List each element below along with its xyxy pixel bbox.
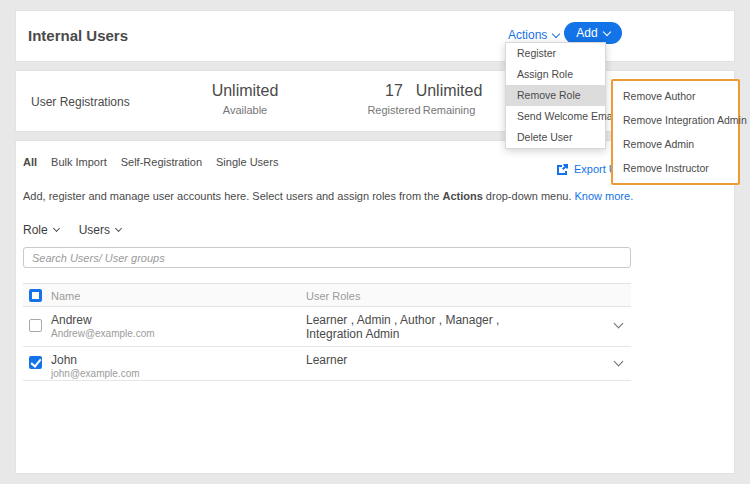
- table-header: Name User Roles: [23, 283, 631, 307]
- user-name: John: [51, 353, 77, 367]
- stat-value: Unlimited: [180, 82, 310, 100]
- menu-item-delete-user[interactable]: Delete User: [506, 127, 605, 148]
- tab-bar: All Bulk Import Self-Registration Single…: [23, 156, 278, 168]
- filter-bar: Role Users: [23, 223, 121, 237]
- stat-available: Unlimited Available: [180, 82, 310, 116]
- search-input[interactable]: [23, 247, 631, 268]
- users-filter-dropdown[interactable]: Users: [79, 223, 121, 237]
- user-email: Andrew@example.com: [51, 328, 155, 339]
- chevron-down-icon: [115, 225, 122, 232]
- user-name: Andrew: [51, 313, 92, 327]
- submenu-item-remove-integration-admin[interactable]: Remove Integration Admin: [613, 108, 738, 132]
- role-filter-label: Role: [23, 223, 48, 237]
- column-header-user-roles: User Roles: [306, 290, 360, 302]
- menu-item-send-welcome-email[interactable]: Send Welcome Email: [506, 106, 605, 127]
- export-icon: [556, 163, 569, 175]
- row-checkbox[interactable]: [29, 319, 42, 332]
- page-description: Add, register and manage user accounts h…: [23, 190, 663, 202]
- stats-label: User Registrations: [31, 95, 130, 109]
- description-bold: Actions: [442, 190, 482, 202]
- menu-item-remove-role[interactable]: Remove Role: [506, 85, 605, 106]
- know-more-link[interactable]: Know more.: [575, 190, 634, 202]
- chevron-down-icon: [552, 29, 560, 37]
- chevron-down-icon[interactable]: [614, 357, 624, 367]
- add-label: Add: [576, 26, 597, 40]
- stat-remaining: Unlimited Remaining: [399, 82, 499, 116]
- actions-dropdown-trigger[interactable]: Actions: [508, 28, 559, 42]
- tab-bulk-import[interactable]: Bulk Import: [51, 156, 107, 168]
- page-title: Internal Users: [28, 27, 128, 44]
- submenu-item-remove-instructor[interactable]: Remove Instructor: [613, 156, 738, 180]
- user-roles: Learner: [306, 353, 551, 367]
- submenu-item-remove-admin[interactable]: Remove Admin: [613, 132, 738, 156]
- column-header-name: Name: [51, 290, 80, 302]
- menu-item-assign-role[interactable]: Assign Role: [506, 64, 605, 85]
- add-button[interactable]: Add: [564, 22, 622, 44]
- chevron-down-icon: [53, 225, 60, 232]
- tab-self-registration[interactable]: Self-Registration: [121, 156, 202, 168]
- header-panel: Internal Users Actions Add: [15, 10, 735, 62]
- tab-single-users[interactable]: Single Users: [216, 156, 278, 168]
- main-panel: All Bulk Import Self-Registration Single…: [15, 140, 735, 474]
- role-filter-dropdown[interactable]: Role: [23, 223, 59, 237]
- row-checkbox[interactable]: [29, 356, 42, 369]
- menu-item-register[interactable]: Register: [506, 43, 605, 64]
- stat-value: Unlimited: [399, 82, 499, 100]
- user-email: john@example.com: [51, 368, 140, 379]
- table-row[interactable]: John john@example.com Learner: [23, 347, 631, 381]
- description-text: drop-down menu.: [483, 190, 575, 202]
- chevron-down-icon: [602, 27, 610, 35]
- users-filter-label: Users: [79, 223, 110, 237]
- actions-dropdown-menu: Register Assign Role Remove Role Send We…: [505, 42, 606, 149]
- remove-role-submenu: Remove Author Remove Integration Admin R…: [611, 79, 740, 185]
- description-text: Add, register and manage user accounts h…: [23, 190, 442, 202]
- stat-caption: Remaining: [399, 104, 499, 116]
- chevron-down-icon[interactable]: [614, 319, 624, 329]
- user-roles: Learner , Admin , Author , Manager , Int…: [306, 313, 551, 341]
- stat-caption: Available: [180, 104, 310, 116]
- actions-label: Actions: [508, 28, 547, 42]
- submenu-item-remove-author[interactable]: Remove Author: [613, 84, 738, 108]
- select-all-checkbox[interactable]: [29, 289, 42, 302]
- tab-all[interactable]: All: [23, 156, 37, 168]
- table-row[interactable]: Andrew Andrew@example.com Learner , Admi…: [23, 307, 631, 347]
